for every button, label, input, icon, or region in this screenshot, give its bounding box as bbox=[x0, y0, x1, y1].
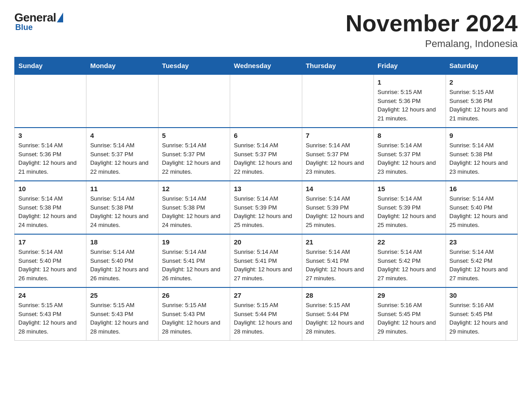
calendar-cell: 16 Sunrise: 5:14 AMSunset: 5:40 PMDaylig… bbox=[446, 181, 517, 234]
calendar-cell: 4 Sunrise: 5:14 AMSunset: 5:37 PMDayligh… bbox=[86, 128, 158, 181]
day-number: 2 bbox=[450, 78, 514, 86]
day-info: Sunrise: 5:14 AMSunset: 5:38 PMDaylight:… bbox=[90, 194, 154, 229]
calendar-week-row: 3 Sunrise: 5:14 AMSunset: 5:36 PMDayligh… bbox=[15, 128, 518, 181]
day-number: 12 bbox=[162, 185, 226, 193]
day-info: Sunrise: 5:14 AMSunset: 5:42 PMDaylight:… bbox=[450, 248, 514, 283]
day-number: 14 bbox=[306, 185, 370, 193]
logo-blue-text: Blue bbox=[15, 23, 33, 32]
day-number: 22 bbox=[378, 238, 442, 246]
calendar-cell: 22 Sunrise: 5:14 AMSunset: 5:42 PMDaylig… bbox=[374, 234, 446, 287]
day-number: 6 bbox=[234, 132, 298, 139]
calendar-cell: 30 Sunrise: 5:16 AMSunset: 5:45 PMDaylig… bbox=[446, 287, 517, 341]
day-info: Sunrise: 5:14 AMSunset: 5:37 PMDaylight:… bbox=[378, 141, 442, 176]
column-header-tuesday: Tuesday bbox=[158, 57, 230, 75]
logo: General Blue bbox=[14, 11, 63, 32]
calendar-cell: 29 Sunrise: 5:16 AMSunset: 5:45 PMDaylig… bbox=[374, 287, 446, 341]
day-info: Sunrise: 5:15 AMSunset: 5:43 PMDaylight:… bbox=[18, 301, 82, 336]
calendar-cell: 3 Sunrise: 5:14 AMSunset: 5:36 PMDayligh… bbox=[15, 128, 86, 181]
column-header-wednesday: Wednesday bbox=[230, 57, 302, 75]
day-number: 13 bbox=[234, 185, 298, 193]
calendar-cell: 9 Sunrise: 5:14 AMSunset: 5:38 PMDayligh… bbox=[446, 128, 517, 181]
day-number: 5 bbox=[162, 132, 226, 139]
column-header-monday: Monday bbox=[86, 57, 158, 75]
day-info: Sunrise: 5:14 AMSunset: 5:38 PMDaylight:… bbox=[18, 194, 82, 229]
day-number: 18 bbox=[90, 238, 154, 246]
day-info: Sunrise: 5:15 AMSunset: 5:36 PMDaylight:… bbox=[450, 88, 514, 123]
calendar-cell: 23 Sunrise: 5:14 AMSunset: 5:42 PMDaylig… bbox=[446, 234, 517, 287]
calendar-cell: 26 Sunrise: 5:15 AMSunset: 5:43 PMDaylig… bbox=[158, 287, 230, 341]
day-info: Sunrise: 5:14 AMSunset: 5:39 PMDaylight:… bbox=[306, 194, 370, 229]
day-info: Sunrise: 5:15 AMSunset: 5:44 PMDaylight:… bbox=[306, 301, 370, 336]
day-info: Sunrise: 5:14 AMSunset: 5:39 PMDaylight:… bbox=[378, 194, 442, 229]
calendar-cell: 11 Sunrise: 5:14 AMSunset: 5:38 PMDaylig… bbox=[86, 181, 158, 234]
day-info: Sunrise: 5:14 AMSunset: 5:38 PMDaylight:… bbox=[162, 194, 226, 229]
calendar-cell: 21 Sunrise: 5:14 AMSunset: 5:41 PMDaylig… bbox=[302, 234, 373, 287]
day-number: 24 bbox=[18, 291, 82, 299]
day-number: 21 bbox=[306, 238, 370, 246]
day-info: Sunrise: 5:14 AMSunset: 5:37 PMDaylight:… bbox=[90, 141, 154, 176]
calendar-cell: 7 Sunrise: 5:14 AMSunset: 5:37 PMDayligh… bbox=[302, 128, 373, 181]
calendar-cell: 14 Sunrise: 5:14 AMSunset: 5:39 PMDaylig… bbox=[302, 181, 373, 234]
calendar-cell: 1 Sunrise: 5:15 AMSunset: 5:36 PMDayligh… bbox=[374, 74, 446, 128]
day-number: 8 bbox=[378, 132, 442, 139]
calendar-week-row: 24 Sunrise: 5:15 AMSunset: 5:43 PMDaylig… bbox=[15, 287, 518, 341]
subtitle: Pemalang, Indonesia bbox=[346, 38, 518, 50]
day-number: 11 bbox=[90, 185, 154, 193]
day-number: 26 bbox=[162, 291, 226, 299]
day-info: Sunrise: 5:15 AMSunset: 5:43 PMDaylight:… bbox=[90, 301, 154, 336]
day-info: Sunrise: 5:14 AMSunset: 5:37 PMDaylight:… bbox=[306, 141, 370, 176]
calendar-cell bbox=[230, 74, 302, 128]
day-info: Sunrise: 5:14 AMSunset: 5:40 PMDaylight:… bbox=[18, 248, 82, 283]
day-info: Sunrise: 5:15 AMSunset: 5:36 PMDaylight:… bbox=[378, 88, 442, 123]
calendar-cell: 2 Sunrise: 5:15 AMSunset: 5:36 PMDayligh… bbox=[446, 74, 517, 128]
column-header-friday: Friday bbox=[374, 57, 446, 75]
calendar-cell: 10 Sunrise: 5:14 AMSunset: 5:38 PMDaylig… bbox=[15, 181, 86, 234]
day-info: Sunrise: 5:14 AMSunset: 5:38 PMDaylight:… bbox=[450, 141, 514, 176]
day-info: Sunrise: 5:14 AMSunset: 5:40 PMDaylight:… bbox=[90, 248, 154, 283]
day-number: 10 bbox=[18, 185, 82, 193]
calendar-week-row: 10 Sunrise: 5:14 AMSunset: 5:38 PMDaylig… bbox=[15, 181, 518, 234]
calendar-cell bbox=[15, 74, 86, 128]
calendar-cell: 15 Sunrise: 5:14 AMSunset: 5:39 PMDaylig… bbox=[374, 181, 446, 234]
calendar-week-row: 17 Sunrise: 5:14 AMSunset: 5:40 PMDaylig… bbox=[15, 234, 518, 287]
day-number: 23 bbox=[450, 238, 514, 246]
logo-triangle-icon bbox=[57, 13, 63, 22]
calendar-cell: 20 Sunrise: 5:14 AMSunset: 5:41 PMDaylig… bbox=[230, 234, 302, 287]
calendar-cell: 12 Sunrise: 5:14 AMSunset: 5:38 PMDaylig… bbox=[158, 181, 230, 234]
day-number: 16 bbox=[450, 185, 514, 193]
day-number: 17 bbox=[18, 238, 82, 246]
day-number: 29 bbox=[378, 291, 442, 299]
day-number: 27 bbox=[234, 291, 298, 299]
day-info: Sunrise: 5:15 AMSunset: 5:43 PMDaylight:… bbox=[162, 301, 226, 336]
page-header: General Blue November 2024 Pemalang, Ind… bbox=[14, 11, 518, 50]
calendar-cell: 18 Sunrise: 5:14 AMSunset: 5:40 PMDaylig… bbox=[86, 234, 158, 287]
title-block: November 2024 Pemalang, Indonesia bbox=[346, 11, 518, 50]
calendar-cell: 28 Sunrise: 5:15 AMSunset: 5:44 PMDaylig… bbox=[302, 287, 373, 341]
calendar-cell: 27 Sunrise: 5:15 AMSunset: 5:44 PMDaylig… bbox=[230, 287, 302, 341]
day-info: Sunrise: 5:16 AMSunset: 5:45 PMDaylight:… bbox=[378, 301, 442, 336]
day-number: 9 bbox=[450, 132, 514, 139]
calendar-cell: 19 Sunrise: 5:14 AMSunset: 5:41 PMDaylig… bbox=[158, 234, 230, 287]
calendar-cell bbox=[302, 74, 373, 128]
day-number: 3 bbox=[18, 132, 82, 139]
calendar-cell: 8 Sunrise: 5:14 AMSunset: 5:37 PMDayligh… bbox=[374, 128, 446, 181]
day-info: Sunrise: 5:14 AMSunset: 5:41 PMDaylight:… bbox=[306, 248, 370, 283]
day-number: 30 bbox=[450, 291, 514, 299]
calendar-table: SundayMondayTuesdayWednesdayThursdayFrid… bbox=[14, 57, 518, 341]
day-info: Sunrise: 5:14 AMSunset: 5:41 PMDaylight:… bbox=[234, 248, 298, 283]
day-number: 20 bbox=[234, 238, 298, 246]
calendar-cell: 6 Sunrise: 5:14 AMSunset: 5:37 PMDayligh… bbox=[230, 128, 302, 181]
day-info: Sunrise: 5:14 AMSunset: 5:37 PMDaylight:… bbox=[162, 141, 226, 176]
day-info: Sunrise: 5:14 AMSunset: 5:37 PMDaylight:… bbox=[234, 141, 298, 176]
calendar-cell bbox=[158, 74, 230, 128]
calendar-cell: 13 Sunrise: 5:14 AMSunset: 5:39 PMDaylig… bbox=[230, 181, 302, 234]
day-number: 7 bbox=[306, 132, 370, 139]
day-number: 25 bbox=[90, 291, 154, 299]
day-number: 4 bbox=[90, 132, 154, 139]
column-header-saturday: Saturday bbox=[446, 57, 517, 75]
day-info: Sunrise: 5:14 AMSunset: 5:40 PMDaylight:… bbox=[450, 194, 514, 229]
day-info: Sunrise: 5:14 AMSunset: 5:42 PMDaylight:… bbox=[378, 248, 442, 283]
calendar-cell: 25 Sunrise: 5:15 AMSunset: 5:43 PMDaylig… bbox=[86, 287, 158, 341]
calendar-cell: 17 Sunrise: 5:14 AMSunset: 5:40 PMDaylig… bbox=[15, 234, 86, 287]
calendar-cell: 24 Sunrise: 5:15 AMSunset: 5:43 PMDaylig… bbox=[15, 287, 86, 341]
